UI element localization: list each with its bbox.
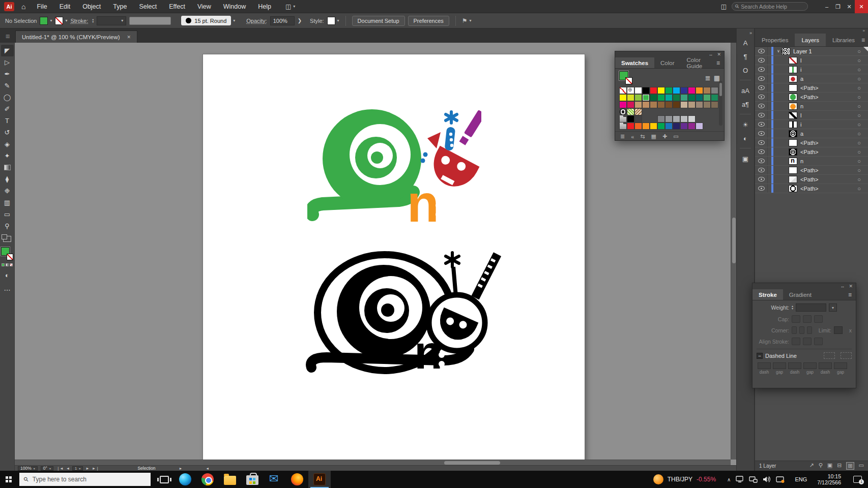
lock-column[interactable]	[767, 93, 771, 101]
layer-row[interactable]: ∨ <Path> ○	[755, 184, 868, 193]
swatch[interactable]	[711, 87, 718, 94]
swatch-libraries-icon[interactable]: ≣	[620, 133, 625, 140]
taskbar-search-input[interactable]: ⚲ Type here to search	[19, 473, 151, 486]
swatch[interactable]	[634, 123, 642, 130]
menu-item[interactable]: Select	[133, 0, 163, 13]
dock-separator[interactable]	[740, 114, 751, 114]
style-swatch[interactable]	[327, 17, 335, 25]
expand-panels-icon[interactable]: »	[749, 30, 752, 36]
delete-swatch-icon[interactable]: ▭	[673, 133, 678, 140]
layer-name[interactable]: Layer 1	[793, 48, 812, 54]
network-tray-icon[interactable]	[749, 476, 758, 483]
layer-row[interactable]: ∨ <Path> ○	[755, 147, 868, 157]
weight-input[interactable]	[796, 303, 826, 312]
lock-column[interactable]	[767, 184, 771, 193]
swatch[interactable]	[711, 94, 718, 101]
visibility-eye-icon[interactable]	[758, 149, 765, 154]
document-tab[interactable]: Untitled-1* @ 100 % (CMYK/Preview) ✕	[15, 30, 137, 43]
swatch[interactable]	[619, 101, 627, 108]
dock-separator[interactable]	[740, 80, 751, 80]
close-window-button[interactable]: ✕	[844, 0, 855, 13]
target-circle-icon[interactable]: ○	[857, 103, 861, 109]
swatch[interactable]	[665, 108, 673, 115]
swatch[interactable]	[619, 124, 627, 130]
artboards-panel-icon[interactable]: ▣	[738, 152, 753, 165]
miter-join-button[interactable]	[792, 326, 797, 334]
menu-item[interactable]: View	[191, 0, 217, 13]
layer-row[interactable]: ∨ <Path> ○	[755, 83, 868, 93]
swatch[interactable]	[673, 115, 680, 123]
tray-expand-icon[interactable]: ∧	[727, 477, 731, 482]
swatch[interactable]	[634, 108, 642, 115]
mail-icon[interactable]	[264, 471, 286, 488]
swatch[interactable]	[673, 94, 680, 101]
swatch[interactable]	[642, 94, 650, 101]
visibility-eye-icon[interactable]	[758, 67, 765, 72]
ticker-change-label[interactable]: -0.55%	[697, 476, 716, 483]
swatch[interactable]	[665, 94, 673, 101]
stroke-weight-label[interactable]: Stroke:	[70, 18, 88, 24]
illustrator-icon[interactable]	[308, 471, 331, 488]
menu-item[interactable]: Type	[107, 0, 133, 13]
list-view-icon[interactable]: ≣	[705, 74, 711, 82]
artwork-black-snail[interactable]: n	[303, 248, 504, 384]
paragraph-styles-panel-icon[interactable]: a¶	[738, 98, 753, 111]
swatch[interactable]	[703, 108, 711, 115]
swatch[interactable]	[657, 87, 665, 94]
swatch[interactable]	[657, 123, 665, 130]
swatch[interactable]	[696, 123, 703, 130]
dock-separator[interactable]	[740, 148, 751, 148]
swatch[interactable]	[680, 87, 688, 94]
horizontal-scrollbar[interactable]	[15, 460, 731, 465]
stroke-weight-select[interactable]: ▾	[97, 16, 126, 25]
layer-row[interactable]: ∨ i ○	[755, 65, 868, 74]
swatch[interactable]	[642, 101, 650, 108]
style-chevron-icon[interactable]: ▾	[337, 18, 339, 23]
target-circle-icon[interactable]: ○	[857, 131, 861, 137]
swatch[interactable]	[657, 101, 665, 108]
currency-ticker-icon[interactable]	[653, 474, 663, 484]
limit-input[interactable]	[834, 326, 843, 334]
notification-center-icon[interactable]: 1	[853, 476, 862, 483]
shaper-tool[interactable]: ✦	[1, 150, 14, 162]
stroke-color-swatch[interactable]	[55, 17, 63, 25]
swatch[interactable]	[619, 116, 627, 123]
swatch[interactable]	[673, 87, 680, 94]
target-circle-icon[interactable]: ○	[857, 112, 861, 118]
type-tool[interactable]: T	[1, 115, 14, 127]
swatch[interactable]	[619, 94, 627, 101]
lock-column[interactable]	[767, 47, 771, 55]
eraser-tool[interactable]: ◈	[1, 138, 14, 150]
swatch[interactable]	[711, 101, 718, 108]
layer-name[interactable]: <Path>	[800, 167, 818, 173]
transparency-panel-icon[interactable]: ◐	[738, 132, 753, 145]
menu-item[interactable]: Effect	[163, 0, 191, 13]
browser-icon[interactable]	[286, 471, 308, 488]
weight-stepper[interactable]: ▴▾	[792, 305, 793, 310]
layer-name[interactable]: <Path>	[800, 186, 818, 192]
swatch[interactable]	[673, 101, 680, 108]
target-circle-icon[interactable]: ○	[857, 186, 861, 192]
swatch[interactable]	[673, 123, 680, 130]
swatch[interactable]	[696, 94, 703, 101]
chrome-icon[interactable]	[196, 471, 219, 488]
ticker-pair-label[interactable]: THB/JPY	[668, 476, 692, 483]
swatch[interactable]	[627, 87, 634, 94]
layer-row[interactable]: ∨ Layer 1 ○	[755, 47, 868, 56]
microsoft-store-icon[interactable]	[241, 471, 264, 488]
tab-overflow-icon[interactable]: ▥	[0, 34, 15, 43]
swatch[interactable]	[627, 115, 634, 123]
display-tray-icon[interactable]	[736, 476, 744, 483]
swatch[interactable]	[673, 108, 680, 115]
swatch[interactable]	[680, 123, 688, 130]
screen-mode-icon[interactable]: ◐	[1, 269, 14, 281]
tab-layers[interactable]: Layers	[795, 34, 826, 46]
lock-column[interactable]	[767, 102, 771, 110]
swatch[interactable]	[688, 87, 696, 94]
help-search-input[interactable]: ⚲ Search Adobe Help	[732, 2, 808, 11]
swatch[interactable]	[703, 87, 711, 94]
target-circle-icon[interactable]: ○	[857, 94, 861, 100]
layer-row[interactable]: ∨ l ○	[755, 56, 868, 65]
layer-name[interactable]: l	[800, 57, 801, 64]
restore-button[interactable]: ❐	[832, 0, 844, 13]
